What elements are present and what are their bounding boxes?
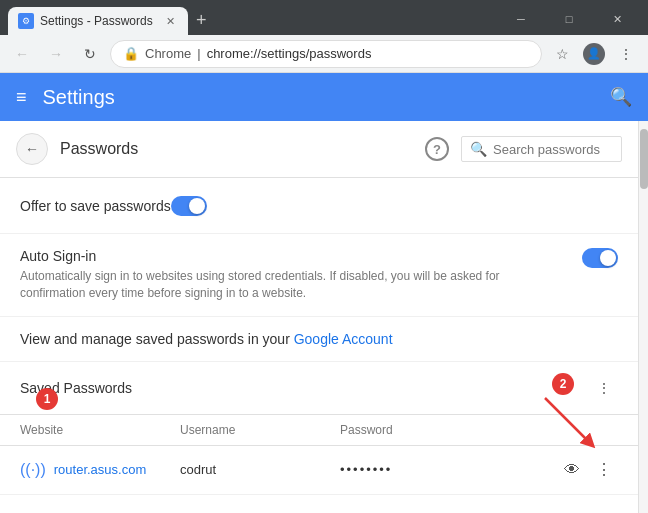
password-table-header: Website Username Password	[0, 415, 638, 446]
show-password-button[interactable]: 👁	[558, 456, 586, 484]
passwords-page-title: Passwords	[60, 140, 413, 158]
omnibox[interactable]: 🔒 Chrome | chrome://settings/passwords	[110, 40, 542, 68]
password-dots: ••••••••	[340, 462, 392, 477]
menu-button[interactable]: ⋮	[612, 40, 640, 68]
settings-header: ≡ Settings 🔍	[0, 73, 648, 121]
tab-title: Settings - Passwords	[40, 14, 156, 28]
google-account-link[interactable]: Google Account	[294, 331, 393, 347]
search-magnifier-icon: 🔍	[470, 141, 487, 157]
source-label: Chrome	[145, 46, 191, 61]
auto-signin-text: Auto Sign-in Automatically sign in to we…	[20, 248, 582, 302]
scrollbar[interactable]	[638, 121, 648, 513]
search-header-icon[interactable]: 🔍	[610, 86, 632, 108]
avatar-button[interactable]: 👤	[580, 40, 608, 68]
omnibox-actions: ☆ 👤 ⋮	[548, 40, 640, 68]
offer-save-row: Offer to save passwords	[0, 178, 638, 234]
website-column-header: Website	[20, 423, 180, 437]
website-cell: ((·)) router.asus.com	[20, 461, 180, 479]
auto-signin-toggle[interactable]	[582, 248, 618, 268]
close-button[interactable]: ✕	[594, 7, 640, 31]
help-button[interactable]: ?	[425, 137, 449, 161]
passwords-header: ← Passwords ? 🔍	[0, 121, 638, 178]
title-bar: ⚙ Settings - Passwords ✕ + ─ □ ✕	[0, 0, 648, 35]
username-cell: codrut	[180, 462, 340, 477]
saved-passwords-section-header: Saved Passwords ⋮	[0, 362, 638, 415]
lock-icon: 🔒	[123, 46, 139, 61]
tab-favicon: ⚙	[18, 13, 34, 29]
auto-signin-row: Auto Sign-in Automatically sign in to we…	[0, 234, 638, 317]
minimize-button[interactable]: ─	[498, 7, 544, 31]
offer-save-label: Offer to save passwords	[20, 198, 171, 214]
google-account-row: View and manage saved passwords in your …	[0, 317, 638, 362]
tab-close-button[interactable]: ✕	[162, 13, 178, 29]
maximize-button[interactable]: □	[546, 7, 592, 31]
separator: |	[197, 46, 200, 61]
auto-signin-desc: Automatically sign in to websites using …	[20, 268, 500, 302]
offer-save-toggle[interactable]	[171, 196, 207, 216]
saved-passwords-more-button[interactable]: ⋮	[590, 374, 618, 402]
password-cell: ••••••••	[340, 462, 558, 477]
username-column-header: Username	[180, 423, 340, 437]
active-tab[interactable]: ⚙ Settings - Passwords ✕	[8, 7, 188, 35]
back-button[interactable]: ←	[8, 40, 36, 68]
saved-passwords-title: Saved Passwords	[20, 380, 590, 396]
table-row: ((·)) router.asus.com codrut •••••••• 👁 …	[0, 446, 638, 495]
window-controls: ─ □ ✕	[498, 7, 640, 31]
new-tab-button[interactable]: +	[188, 10, 215, 31]
main-content: ← Passwords ? 🔍 Offer to save passwords …	[0, 121, 638, 513]
refresh-button[interactable]: ↻	[76, 40, 104, 68]
hamburger-menu[interactable]: ≡	[16, 87, 27, 108]
username-value: codrut	[180, 462, 216, 477]
search-passwords-box[interactable]: 🔍	[461, 136, 622, 162]
password-actions: 👁 ⋮	[558, 456, 618, 484]
wifi-icon: ((·))	[20, 461, 46, 479]
search-passwords-input[interactable]	[493, 142, 613, 157]
bookmark-button[interactable]: ☆	[548, 40, 576, 68]
scrollbar-thumb[interactable]	[640, 129, 648, 189]
auto-signin-label: Auto Sign-in	[20, 248, 582, 264]
google-account-text: View and manage saved passwords in your	[20, 331, 290, 347]
password-column-header: Password	[340, 423, 618, 437]
website-value: router.asus.com	[54, 462, 147, 477]
address-bar: ← → ↻ 🔒 Chrome | chrome://settings/passw…	[0, 35, 648, 73]
forward-button[interactable]: →	[42, 40, 70, 68]
back-to-settings-button[interactable]: ←	[16, 133, 48, 165]
tab-bar: ⚙ Settings - Passwords ✕ +	[8, 7, 498, 35]
url-display: chrome://settings/passwords	[207, 46, 372, 61]
settings-title: Settings	[43, 86, 594, 109]
content-wrapper: ← Passwords ? 🔍 Offer to save passwords …	[0, 121, 648, 513]
password-row-more-button[interactable]: ⋮	[590, 456, 618, 484]
